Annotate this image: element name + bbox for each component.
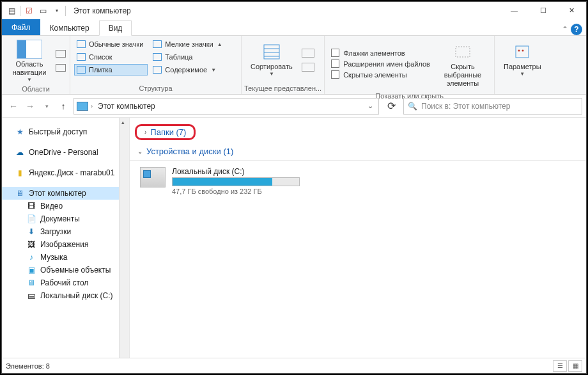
ribbon-help: ⌃ ?	[562, 24, 586, 35]
tree-yandex-disk[interactable]: ▮Яндекс.Диск - marabu01	[2, 166, 129, 179]
tab-file[interactable]: Файл	[2, 19, 40, 35]
desktop-icon: 🖥	[26, 278, 36, 287]
tab-view[interactable]: Вид	[99, 20, 132, 36]
checkbox-hidden-items[interactable]: Скрытые элементы	[331, 70, 430, 79]
window-title: Этот компьютер	[70, 6, 131, 15]
tree-quick-access[interactable]: ★Быстрый доступ	[2, 125, 129, 138]
back-button[interactable]: ←	[6, 99, 21, 114]
details-pane-button[interactable]	[56, 64, 66, 72]
details-view-button[interactable]: ☰	[553, 360, 567, 372]
ribbon: Область навигации ▼ Области Обычные знач…	[2, 36, 586, 95]
chevron-down-icon[interactable]: ▼	[211, 67, 216, 73]
drive-name: Локальный диск (C:)	[172, 167, 300, 176]
search-icon: 🔍	[408, 102, 417, 111]
address-bar[interactable]: › Этот компьютер ⌄	[74, 98, 379, 115]
layout-small-icons[interactable]: Мелкие значки▲	[150, 38, 226, 50]
status-bar: Элементов: 8 ☰ ▦	[2, 358, 586, 373]
add-columns-button[interactable]	[302, 49, 314, 58]
cloud-icon: ☁	[15, 148, 25, 157]
checkbox-icon	[331, 49, 339, 57]
layout-tiles[interactable]: Плитка	[74, 64, 148, 76]
breadcrumb[interactable]: Этот компьютер	[95, 102, 158, 111]
minimize-button[interactable]: ―	[500, 2, 529, 20]
layout-table[interactable]: Таблица	[150, 51, 226, 63]
chevron-up-icon[interactable]: ▲	[217, 42, 222, 47]
options-icon	[512, 42, 532, 61]
layout-regular-icons[interactable]: Обычные значки	[74, 38, 148, 50]
tree-3d-objects[interactable]: ▣Объемные объекты	[2, 264, 129, 276]
help-button[interactable]: ?	[571, 24, 582, 35]
hide-icon	[453, 42, 473, 61]
ribbon-group-current-view: Сортировать ▼ Текущее представлен...	[242, 36, 325, 94]
chevron-right-icon: ›	[144, 129, 146, 136]
address-dropdown[interactable]: ⌄	[368, 102, 376, 110]
drive-free-text: 47,7 ГБ свободно из 232 ГБ	[172, 188, 300, 195]
scrollbar[interactable]	[119, 118, 130, 358]
pc-icon: 🖥	[15, 189, 25, 198]
window-controls: ― ☐ ✕	[500, 2, 586, 20]
tree-pictures[interactable]: 🖼Изображения	[2, 238, 129, 251]
svg-rect-4	[456, 47, 470, 57]
titlebar: ▤ ☑ ▭ ▾ Этот компьютер ― ☐ ✕	[2, 2, 586, 20]
checkbox-icon	[331, 60, 339, 68]
qat-dropdown-icon[interactable]: ▾	[50, 4, 64, 18]
sort-button[interactable]: Сортировать ▼	[244, 37, 299, 83]
tree-documents[interactable]: 📄Документы	[2, 212, 129, 225]
forward-button[interactable]: →	[22, 99, 38, 114]
options-button[interactable]: Параметры ▼	[497, 37, 548, 83]
layout-list[interactable]: Список	[74, 51, 148, 63]
drive-icon: 🖴	[26, 291, 36, 300]
drive-item[interactable]: Локальный диск (C:) 47,7 ГБ свободно из …	[130, 164, 586, 198]
close-button[interactable]: ✕	[557, 2, 586, 20]
navigation-pane-button[interactable]: Область навигации ▼	[4, 37, 54, 84]
size-columns-button[interactable]	[302, 63, 314, 72]
group-label-layout: Структура	[73, 83, 238, 94]
new-folder-icon[interactable]: ▭	[36, 4, 50, 18]
cube-icon: ▣	[26, 266, 36, 275]
tree-this-pc[interactable]: 🖥Этот компьютер	[2, 187, 129, 200]
content-area: ★Быстрый доступ ☁OneDrive - Personal ▮Ян…	[2, 118, 586, 358]
folders-section-header[interactable]: › Папки (7)	[135, 124, 196, 140]
document-icon: 📄	[26, 214, 36, 223]
tree-videos[interactable]: 🎞Видео	[2, 200, 129, 212]
nav-arrows: ← → ▾ ↑	[6, 99, 71, 114]
group-label-current: Текущее представлен...	[244, 83, 321, 94]
status-item-count: Элементов: 8	[6, 362, 50, 370]
devices-section-header[interactable]: ⌄ Устройства и диски (1)	[130, 143, 586, 161]
layout-content[interactable]: Содержимое▼	[150, 64, 226, 76]
main-view[interactable]: › Папки (7) ⌄ Устройства и диски (1) Лок…	[130, 118, 586, 358]
this-pc-icon	[77, 102, 88, 111]
tree-onedrive[interactable]: ☁OneDrive - Personal	[2, 146, 129, 159]
view-switcher: ☰ ▦	[553, 360, 582, 372]
ribbon-group-layout: Обычные значки Список Плитка Мелкие знач…	[70, 36, 242, 94]
tab-computer[interactable]: Компьютер	[40, 20, 99, 35]
tree-local-disk[interactable]: 🖴Локальный диск (C:)	[2, 289, 129, 302]
maximize-button[interactable]: ☐	[529, 2, 557, 20]
refresh-button[interactable]: ⟳	[382, 98, 401, 115]
sort-icon	[261, 42, 282, 61]
ribbon-group-show-hide: Флажки элементов Расширения имен файлов …	[325, 36, 495, 94]
hide-selected-button[interactable]: Скрыть выбранные элементы	[434, 37, 491, 91]
navigation-tree[interactable]: ★Быстрый доступ ☁OneDrive - Personal ▮Ян…	[2, 118, 130, 358]
drive-icon	[140, 167, 166, 188]
checkbox-file-extensions[interactable]: Расширения имен файлов	[331, 60, 430, 68]
ribbon-collapse-icon[interactable]: ⌃	[562, 25, 568, 34]
recent-dropdown[interactable]: ▾	[39, 99, 54, 114]
preview-pane-button[interactable]	[56, 50, 66, 58]
checkbox-item-flags[interactable]: Флажки элементов	[331, 49, 430, 57]
chevron-down-icon: ▼	[520, 71, 525, 77]
chevron-right-icon[interactable]: ›	[91, 103, 93, 109]
chevron-down-icon: ▼	[269, 71, 274, 77]
properties-icon[interactable]: ☑	[22, 4, 36, 18]
search-input[interactable]: 🔍 Поиск в: Этот компьютер	[403, 98, 582, 115]
download-icon: ⬇	[26, 227, 36, 236]
ribbon-group-areas: Область навигации ▼ Области	[2, 36, 70, 94]
tree-downloads[interactable]: ⬇Загрузки	[2, 225, 129, 238]
tree-desktop[interactable]: 🖥Рабочий стол	[2, 276, 129, 289]
separator	[20, 6, 20, 16]
tree-music[interactable]: ♪Музыка	[2, 251, 129, 264]
tiles-icon	[76, 65, 86, 74]
large-icons-view-button[interactable]: ▦	[568, 360, 582, 372]
up-button[interactable]: ↑	[56, 99, 71, 114]
drive-usage-fill	[173, 178, 272, 186]
